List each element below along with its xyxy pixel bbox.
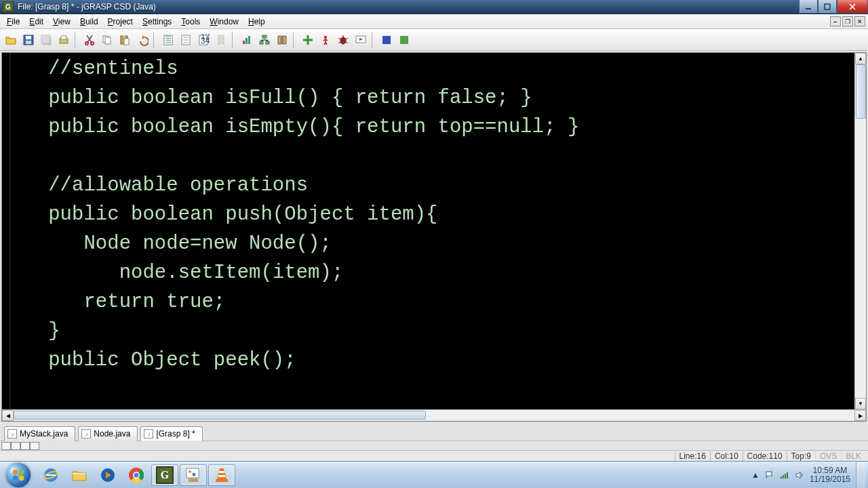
copy-icon[interactable] — [99, 32, 115, 48]
open-icon[interactable] — [3, 32, 19, 48]
taskbar-jgrasp-icon[interactable]: G — [151, 464, 178, 486]
taskbar-explorer-icon[interactable] — [66, 464, 93, 486]
marker-chip[interactable] — [1, 442, 11, 450]
tray-flag-icon[interactable] — [765, 470, 774, 480]
file-icon: ᴊ — [7, 429, 17, 439]
menu-project[interactable]: Project — [104, 16, 137, 28]
taskbar-ie-icon[interactable] — [37, 464, 64, 486]
csd-generate-icon[interactable] — [160, 32, 176, 48]
svg-rect-40 — [186, 468, 199, 478]
run-icon[interactable] — [317, 32, 334, 48]
mdi-minimize-button[interactable]: ‒ — [830, 16, 841, 26]
tab-label: MyStack.java — [20, 429, 68, 439]
start-button[interactable] — [0, 462, 37, 489]
scroll-up-arrow-icon[interactable]: ▲ — [855, 53, 866, 64]
taskbar-wmp-icon[interactable] — [94, 464, 121, 486]
svg-text:34: 34 — [201, 36, 210, 45]
maximize-button[interactable] — [818, 0, 837, 14]
svg-rect-4 — [26, 41, 31, 44]
windows-orb-icon — [6, 463, 31, 487]
scroll-right-arrow-icon[interactable]: ▶ — [854, 410, 866, 421]
status-col: Col:10 — [710, 451, 743, 461]
tray-time: 10:59 AM — [810, 466, 850, 475]
app-icon: G — [3, 1, 14, 12]
status-ovs: OVS — [815, 451, 841, 461]
svg-rect-44 — [219, 471, 224, 473]
minimize-button[interactable] — [799, 0, 818, 14]
menu-tools[interactable]: Tools — [177, 16, 204, 28]
svg-rect-1 — [825, 4, 830, 9]
scroll-left-arrow-icon[interactable]: ◀ — [2, 410, 14, 421]
svg-rect-48 — [783, 475, 784, 479]
green-box-icon[interactable] — [396, 32, 412, 48]
vertical-scrollbar[interactable]: ▲ ▼ — [854, 53, 866, 409]
hscroll-thumb[interactable] — [14, 411, 426, 420]
csd-gutter — [2, 53, 10, 409]
vscroll-thumb[interactable] — [856, 64, 866, 119]
debug-icon[interactable] — [335, 32, 351, 48]
status-code: Code:110 — [743, 451, 787, 461]
run-debug-icon[interactable] — [353, 32, 369, 48]
svg-rect-50 — [787, 472, 788, 479]
file-icon: ᴊ — [144, 429, 153, 439]
svg-rect-31 — [400, 36, 408, 44]
blue-box-icon[interactable] — [378, 32, 395, 48]
editor-tab[interactable]: ᴊNode.java — [78, 426, 138, 441]
bookmark-icon[interactable] — [213, 32, 229, 48]
uml-icon[interactable] — [256, 32, 273, 48]
taskbar-vlc-icon[interactable] — [208, 464, 235, 486]
tray-chevron-icon[interactable]: ▲ — [751, 470, 760, 480]
status-blk: BLK — [841, 451, 865, 461]
show-desktop-button[interactable] — [856, 462, 865, 489]
svg-rect-0 — [806, 8, 811, 9]
save-icon[interactable] — [20, 32, 37, 48]
svg-point-41 — [189, 470, 191, 473]
svg-rect-30 — [382, 36, 391, 44]
svg-point-28 — [340, 37, 346, 44]
marker-chip[interactable] — [20, 442, 30, 450]
save-all-icon[interactable] — [38, 32, 54, 48]
menu-window[interactable]: Window — [205, 16, 243, 28]
svg-rect-46 — [216, 479, 228, 482]
editor-tab[interactable]: ᴊMyStack.java — [4, 426, 75, 441]
marker-chip[interactable] — [11, 442, 20, 450]
csd-remove-icon[interactable] — [178, 32, 194, 48]
menu-settings[interactable]: Settings — [138, 16, 176, 28]
mdi-close-button[interactable]: ✕ — [854, 16, 865, 26]
svg-rect-8 — [61, 36, 66, 39]
marker-chip[interactable] — [30, 442, 39, 450]
compile-icon[interactable] — [300, 32, 316, 48]
editor-tab[interactable]: ᴊ[Grasp 8] * — [140, 426, 202, 441]
horizontal-scrollbar[interactable]: ◀ ▶ — [2, 409, 866, 421]
svg-rect-3 — [26, 36, 31, 39]
close-button[interactable] — [837, 0, 868, 14]
tab-label: [Grasp 8] * — [156, 429, 195, 439]
menu-file[interactable]: File — [3, 16, 24, 28]
svg-rect-23 — [248, 36, 250, 44]
cut-icon[interactable] — [81, 32, 98, 48]
tray-clock[interactable]: 10:59 AM 11/19/2015 — [810, 466, 850, 484]
docs-icon[interactable] — [274, 32, 290, 48]
taskbar-paint-icon[interactable] — [180, 464, 207, 486]
menu-help[interactable]: Help — [244, 16, 269, 28]
scroll-down-arrow-icon[interactable]: ▼ — [855, 398, 866, 409]
menu-edit[interactable]: Edit — [25, 16, 47, 28]
barchart-icon[interactable] — [239, 32, 255, 48]
print-icon[interactable] — [56, 32, 72, 48]
window-title: File: [Grasp 8] * - jGRASP CSD (Java) — [16, 2, 156, 12]
tray-volume-icon[interactable] — [795, 470, 804, 480]
svg-rect-24 — [262, 35, 267, 38]
paste-icon[interactable] — [117, 32, 133, 48]
menu-build[interactable]: Build — [76, 16, 102, 28]
svg-point-27 — [324, 35, 327, 38]
tray-network-icon[interactable] — [780, 470, 789, 480]
titlebar: G File: [Grasp 8] * - jGRASP CSD (Java) — [0, 0, 868, 14]
code-editor[interactable]: //sentinels public boolean isFull() { re… — [10, 53, 854, 409]
mdi-restore-button[interactable]: ❐ — [842, 16, 853, 26]
undo-icon[interactable] — [134, 32, 151, 48]
menu-view[interactable]: View — [49, 16, 75, 28]
system-tray: ▲ 10:59 AM 11/19/2015 — [749, 462, 868, 489]
toolbar: 1234 — [0, 29, 868, 51]
taskbar-chrome-icon[interactable] — [123, 464, 150, 486]
csd-number-icon[interactable]: 1234 — [195, 32, 212, 48]
